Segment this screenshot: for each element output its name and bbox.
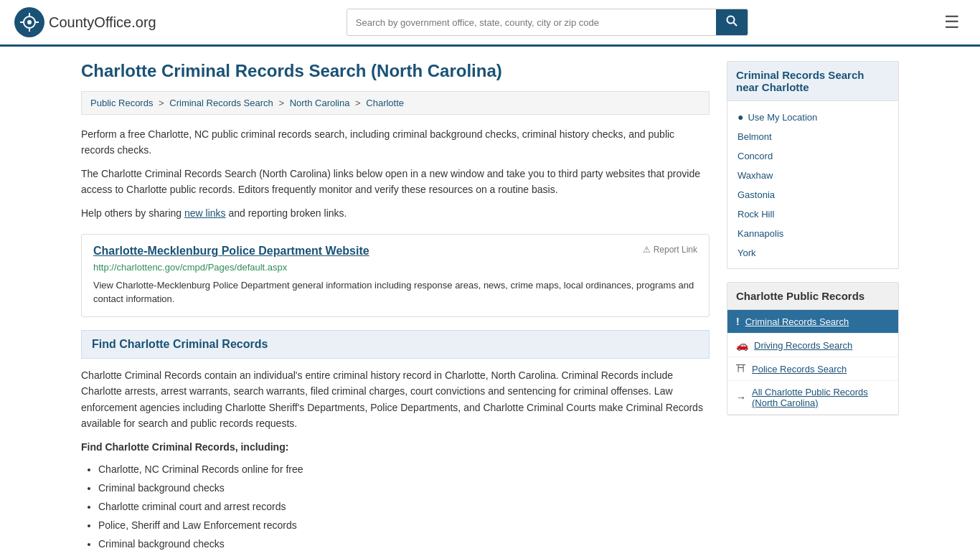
- report-link-button[interactable]: ⚠ Report Link: [643, 245, 697, 255]
- public-records-all[interactable]: → All Charlotte Public Records (North Ca…: [727, 381, 898, 415]
- car-icon: 🚗: [736, 339, 748, 351]
- resource-title-link[interactable]: Charlotte-Mecklenburg Police Department …: [93, 245, 369, 258]
- intro-text-2: The Charlotte Criminal Records Search (N…: [81, 166, 710, 198]
- public-records-box: Charlotte Public Records ! Criminal Reco…: [727, 282, 899, 415]
- find-bullet-list: Charlotte, NC Criminal Records online fo…: [81, 462, 710, 551]
- logo-icon: [14, 7, 44, 37]
- use-my-location-item[interactable]: ● Use My Location: [727, 107, 898, 127]
- main-container: Charlotte Criminal Records Search (North…: [67, 47, 913, 551]
- nearby-cities-title: Criminal Records Search near Charlotte: [727, 62, 898, 101]
- list-item: Criminal background checks: [98, 537, 710, 551]
- search-bar: [347, 9, 748, 36]
- search-input[interactable]: [347, 11, 716, 34]
- list-item: Charlotte, NC Criminal Records online fo…: [98, 462, 710, 477]
- intro-text-1: Perform a free Charlotte, NC public crim…: [81, 126, 710, 159]
- list-item: Charlotte criminal court and arrest reco…: [98, 499, 710, 514]
- hamburger-menu-button[interactable]: ☰: [938, 9, 966, 35]
- list-item: Criminal background checks: [98, 481, 710, 496]
- nearby-city-gastonia[interactable]: Gastonia: [727, 185, 898, 204]
- public-records-criminal[interactable]: ! Criminal Records Search: [727, 310, 898, 334]
- site-header: CountyOffice.org ☰: [0, 0, 980, 47]
- public-records-police[interactable]: ⛩ Police Records Search: [727, 357, 898, 381]
- resource-header: Charlotte-Mecklenburg Police Department …: [93, 245, 697, 258]
- main-content: Charlotte Criminal Records Search (North…: [81, 61, 710, 551]
- nearby-cities-box: Criminal Records Search near Charlotte ●…: [727, 61, 899, 269]
- site-logo-text[interactable]: CountyOffice.org: [49, 14, 156, 31]
- intro-text-3: Help others by sharing new links and rep…: [81, 205, 710, 221]
- nearby-city-concord[interactable]: Concord: [727, 146, 898, 166]
- shield-icon: ⛩: [736, 363, 746, 375]
- find-section-header: Find Charlotte Criminal Records: [81, 330, 710, 359]
- find-intro-text: Charlotte Criminal Records contain an in…: [81, 367, 710, 432]
- location-icon: ●: [738, 111, 743, 123]
- svg-line-8: [733, 23, 737, 27]
- new-links-link[interactable]: new links: [184, 207, 226, 219]
- arrow-right-icon: →: [736, 392, 746, 403]
- breadcrumb-criminal-records[interactable]: Criminal Records Search: [169, 98, 273, 108]
- public-records-driving[interactable]: 🚗 Driving Records Search: [727, 334, 898, 357]
- logo-suffix: .org: [131, 14, 156, 30]
- list-item: Police, Sheriff and Law Enforcement reco…: [98, 518, 710, 533]
- use-my-location-link[interactable]: Use My Location: [748, 112, 817, 123]
- report-icon: ⚠: [643, 245, 651, 255]
- svg-point-2: [27, 20, 32, 24]
- resource-url[interactable]: http://charlottenc.gov/cmpd/Pages/defaul…: [93, 262, 697, 273]
- nearby-cities-list: ● Use My Location Belmont Concord Waxhaw…: [727, 101, 898, 268]
- nearby-city-kannapolis[interactable]: Kannapolis: [727, 224, 898, 243]
- nearby-city-waxhaw[interactable]: Waxhaw: [727, 166, 898, 185]
- nearby-city-york[interactable]: York: [727, 243, 898, 263]
- resource-card: Charlotte-Mecklenburg Police Department …: [81, 234, 710, 317]
- exclamation-icon: !: [736, 316, 740, 327]
- logo-name: CountyOffice: [49, 14, 131, 30]
- nearby-city-belmont[interactable]: Belmont: [727, 127, 898, 146]
- breadcrumb-public-records[interactable]: Public Records: [90, 98, 153, 108]
- page-title: Charlotte Criminal Records Search (North…: [81, 61, 710, 81]
- resource-description: View Charlotte-Mecklenburg Police Depart…: [93, 278, 697, 306]
- sidebar: Criminal Records Search near Charlotte ●…: [727, 61, 899, 551]
- nearby-city-rock-hill[interactable]: Rock Hill: [727, 204, 898, 224]
- svg-point-7: [727, 17, 734, 24]
- logo-area: CountyOffice.org: [14, 7, 156, 37]
- search-button[interactable]: [716, 9, 748, 35]
- breadcrumb: Public Records > Criminal Records Search…: [81, 91, 710, 115]
- breadcrumb-charlotte[interactable]: Charlotte: [366, 98, 404, 108]
- breadcrumb-north-carolina[interactable]: North Carolina: [290, 98, 350, 108]
- public-records-title: Charlotte Public Records: [727, 283, 898, 310]
- find-list-header: Find Charlotte Criminal Records, includi…: [81, 439, 710, 455]
